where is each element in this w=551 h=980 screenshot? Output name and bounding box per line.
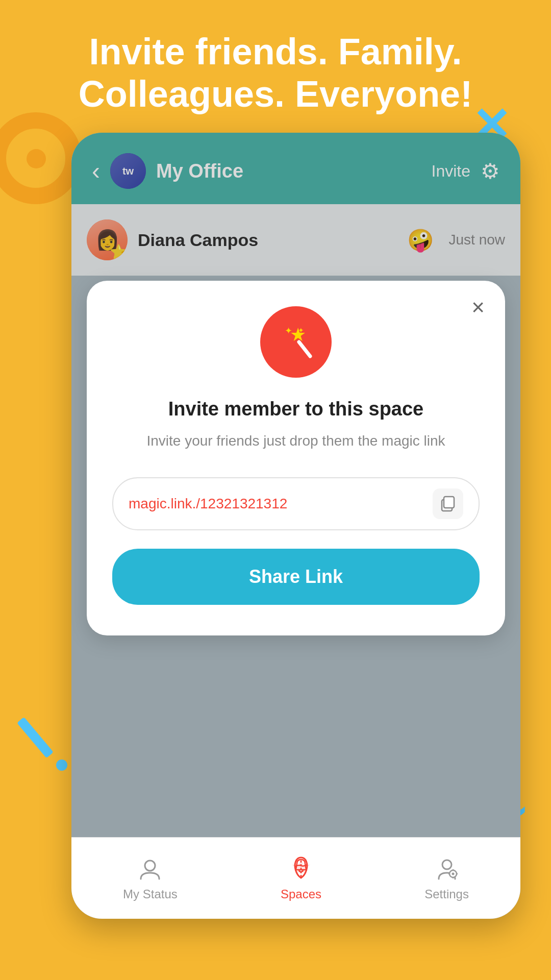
phone-mockup: ‹ tw My Office Invite ⚙ 👩 ⭐ Diana Campos… [71, 133, 520, 919]
svg-point-9 [452, 872, 454, 875]
svg-text:✦: ✦ [298, 326, 304, 334]
hero-line1: Invite friends. Family. [31, 31, 520, 73]
modal-title: Invite member to this space [112, 398, 480, 420]
nav-label-spaces: Spaces [281, 887, 321, 901]
deco-small-circle [27, 149, 46, 168]
invite-modal: × ★ ✦ ✦ Invite member to this space Invi… [87, 281, 505, 635]
share-link-button[interactable]: Share Link [112, 549, 480, 605]
nav-item-spaces[interactable]: Spaces [281, 855, 321, 901]
svg-text:✦: ✦ [285, 326, 292, 336]
my-status-icon [137, 855, 163, 882]
svg-point-6 [145, 861, 155, 871]
magic-wand-icon: ★ ✦ ✦ [260, 306, 332, 378]
nav-item-mystatus[interactable]: My Status [123, 855, 178, 901]
deco-dot [56, 760, 67, 771]
magic-link-text: magic.link./12321321312 [129, 496, 422, 512]
modal-subtitle: Invite your friends just drop them the m… [112, 430, 480, 452]
hero-line2: Colleagues. Everyone! [31, 73, 520, 115]
spaces-icon [288, 855, 314, 882]
bottom-nav: My Status Spaces [71, 837, 520, 919]
svg-point-7 [442, 860, 452, 869]
wand-svg: ★ ✦ ✦ [276, 322, 316, 362]
svg-rect-5 [444, 497, 454, 508]
deco-pencil [17, 717, 54, 758]
link-row: magic.link./12321321312 [112, 477, 480, 530]
copy-icon [439, 495, 457, 513]
settings-nav-icon [434, 855, 460, 882]
modal-icon-wrap: ★ ✦ ✦ [112, 306, 480, 378]
hero-text: Invite friends. Family. Colleagues. Ever… [0, 31, 551, 115]
nav-label-settings: Settings [424, 887, 469, 901]
copy-button[interactable] [433, 488, 463, 519]
close-button[interactable]: × [471, 296, 485, 318]
nav-item-settings[interactable]: Settings [424, 855, 469, 901]
nav-label-mystatus: My Status [123, 887, 178, 901]
